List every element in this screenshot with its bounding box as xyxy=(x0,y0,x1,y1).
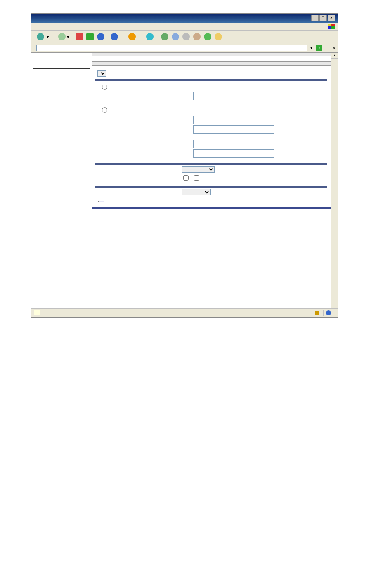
mail-icon[interactable] xyxy=(172,33,179,40)
aes-ccmp-checkbox[interactable] xyxy=(183,175,189,181)
go-button[interactable]: → xyxy=(316,45,322,51)
lock-icon xyxy=(315,311,319,315)
group-key-select[interactable] xyxy=(182,166,215,173)
refresh-icon[interactable] xyxy=(86,33,94,40)
forward-button[interactable]: ▾ xyxy=(55,32,72,42)
nav-services-settings xyxy=(33,72,90,73)
product-title xyxy=(92,53,331,56)
messenger-icon[interactable] xyxy=(215,33,222,40)
edit-icon[interactable] xyxy=(193,33,201,40)
nav-user-management xyxy=(33,74,90,75)
nav-system-configuration xyxy=(33,68,90,69)
backup-radius-ip-input[interactable] xyxy=(193,140,274,148)
search-button[interactable] xyxy=(108,32,122,42)
nav-monitoring-reports xyxy=(33,76,90,77)
primary-shared-secret-input[interactable] xyxy=(193,125,274,134)
close-button[interactable]: × xyxy=(328,15,335,21)
maximize-button[interactable]: □ xyxy=(319,15,327,21)
logo xyxy=(33,55,90,67)
tkip-checkbox[interactable] xyxy=(194,175,199,181)
backup-shared-secret-input[interactable] xyxy=(193,149,274,158)
history-icon[interactable] xyxy=(161,33,168,40)
home-icon[interactable] xyxy=(97,33,104,40)
address-input[interactable] xyxy=(36,45,307,51)
encryption-suite-bar xyxy=(95,163,327,165)
passphrase-input[interactable] xyxy=(193,92,274,100)
nav-system-administration xyxy=(33,78,90,79)
copyright xyxy=(92,207,331,209)
media-button[interactable] xyxy=(143,32,158,42)
wpa-psk-radio[interactable] xyxy=(102,85,107,90)
wpa-8021x-radio[interactable] xyxy=(102,107,107,113)
windows-flag-icon xyxy=(328,24,335,29)
encryption-lifetime-select[interactable] xyxy=(182,189,211,195)
stop-icon[interactable] xyxy=(76,33,83,40)
primary-radius-ip-input[interactable] xyxy=(193,116,274,124)
links-label[interactable]: » xyxy=(330,45,335,50)
section-heading xyxy=(92,61,331,66)
wpa-options-bar xyxy=(95,79,327,81)
vertical-scrollbar[interactable] xyxy=(331,53,338,308)
back-button[interactable]: ▾ xyxy=(34,32,52,42)
minimize-button[interactable]: _ xyxy=(311,15,319,21)
status-left xyxy=(34,310,40,316)
discuss-icon[interactable] xyxy=(204,33,211,40)
window-buttons: _ □ × xyxy=(311,15,335,21)
print-icon[interactable] xyxy=(182,33,190,40)
nav-wireless-configuration xyxy=(33,70,90,71)
favorites-button[interactable] xyxy=(125,32,140,42)
rekeying-bar xyxy=(95,186,327,188)
apply-button[interactable] xyxy=(98,201,104,202)
screenshot: _ □ × ▾ ▾ xyxy=(31,13,338,318)
globe-icon xyxy=(326,310,331,315)
security-method-select[interactable] xyxy=(97,70,106,77)
menu-bar xyxy=(34,24,64,29)
